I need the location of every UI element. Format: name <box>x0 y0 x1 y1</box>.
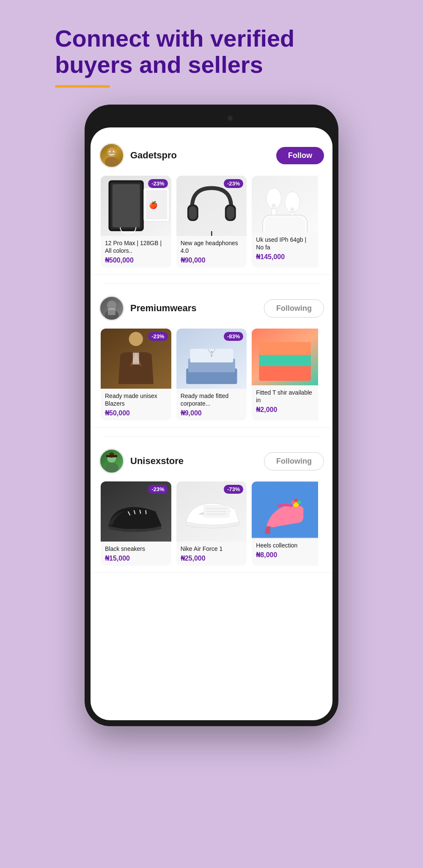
product-image-blackshoe: -23% <box>101 481 171 542</box>
svg-point-37 <box>105 463 118 473</box>
product-image-shirts: -83% <box>176 329 247 389</box>
products-row-premiumwears: -23% Ready made unisex Blazers ₦50,000 <box>99 329 324 420</box>
product-title-blazer: Ready made unisex Blazers <box>105 392 167 407</box>
svg-point-2 <box>109 151 111 152</box>
product-card-tshirts: Fitted T shir available in ₦2,000 <box>252 329 318 420</box>
product-info-airpods: Uk used IPh 64gb | No fa ₦145,000 <box>252 232 318 264</box>
product-price-airpods: ₦145,000 <box>256 253 314 261</box>
notch <box>186 112 237 124</box>
product-price-tshirts: ₦2,000 <box>256 406 314 414</box>
seller-section-gadetspro: Gadetspro Follow <box>91 136 332 275</box>
svg-point-32 <box>211 355 212 357</box>
svg-rect-35 <box>259 342 311 355</box>
svg-text:🍎: 🍎 <box>149 201 158 210</box>
phone-notch-bar <box>91 111 332 126</box>
product-price-heels: ₦8,000 <box>256 551 314 559</box>
svg-rect-22 <box>265 216 305 232</box>
product-price-nike: ₦25,000 <box>181 554 243 562</box>
product-card-blazer: -23% Ready made unisex Blazers ₦50,000 <box>101 329 171 420</box>
product-info-blackshoe: Black sneakers ₦15,000 <box>101 542 171 566</box>
product-image-blazer: -23% <box>101 329 171 389</box>
product-info-nike: Nike Air Force 1 ₦25,000 <box>176 542 247 566</box>
phone-frame: Gadetspro Follow <box>85 105 338 726</box>
product-card-shirts: -83% Ready made fitted corporate... ₦9,0… <box>176 329 247 420</box>
svg-rect-6 <box>113 184 140 227</box>
product-card-blackshoe: -23% Black sneakers ₦15,000 <box>101 481 171 566</box>
avatar-premiumwears <box>99 296 124 321</box>
product-card-airpods: Uk used IPh 64gb | No fa ₦145,000 <box>252 176 318 268</box>
discount-shirts: -83% <box>224 332 243 341</box>
svg-point-26 <box>129 332 143 346</box>
product-info-iphone: 12 Pro Max | 128GB | All colors.. ₦500,0… <box>101 236 171 268</box>
product-image-heels <box>252 481 318 538</box>
hero-title: Connect with verified buyers and sellers <box>55 25 368 77</box>
svg-point-19 <box>290 207 294 212</box>
product-title-heels: Heels collection <box>256 542 314 549</box>
seller-name-gadetspro: Gadetspro <box>130 150 276 161</box>
product-card-nike: -73% Nike Air Force 1 ₦25,000 <box>176 481 247 566</box>
page-wrapper: Connect with verified buyers and sellers <box>0 25 423 726</box>
svg-point-0 <box>107 148 116 157</box>
product-info-shirts: Ready made fitted corporate... ₦9,000 <box>176 389 247 420</box>
following-button-premiumwears[interactable]: Following <box>264 299 324 318</box>
svg-rect-13 <box>226 206 234 219</box>
discount-blazer: -23% <box>148 332 168 341</box>
product-price-blackshoe: ₦15,000 <box>105 554 167 562</box>
product-card-heels: Heels collection ₦8,000 <box>252 481 318 566</box>
following-button-unisexstore[interactable]: Following <box>264 452 324 470</box>
discount-headphones: -23% <box>224 179 243 188</box>
seller-name-unisexstore: Unisexstore <box>130 456 264 467</box>
hero-section: Connect with verified buyers and sellers <box>47 25 376 88</box>
divider-1 <box>103 283 321 284</box>
product-price-headphones: ₦90,000 <box>181 256 243 264</box>
seller-section-premiumwears: Premiumwears Following <box>91 289 332 428</box>
svg-rect-27 <box>133 353 139 365</box>
products-row-gadetspro: 🍎 -23% 12 Pro Max | 128GB | All colors..… <box>99 176 324 268</box>
follow-button-gadetspro[interactable]: Follow <box>276 147 324 164</box>
product-info-tshirts: Fitted T shir available in ₦2,000 <box>252 385 318 417</box>
product-image-headphones: -23% <box>176 176 247 236</box>
product-title-shirts: Ready made fitted corporate... <box>181 392 243 407</box>
product-info-blazer: Ready made unisex Blazers ₦50,000 <box>101 389 171 420</box>
svg-line-43 <box>146 510 146 514</box>
discount-blackshoe: -23% <box>148 485 168 494</box>
product-price-blazer: ₦50,000 <box>105 409 167 417</box>
svg-point-52 <box>294 499 298 503</box>
product-image-iphone: 🍎 -23% <box>101 176 171 236</box>
product-price-iphone: ₦500,000 <box>105 256 167 264</box>
products-row-unisexstore: -23% Black sneakers ₦15,000 <box>99 481 324 566</box>
product-info-heels: Heels collection ₦8,000 <box>252 538 318 562</box>
front-camera <box>228 116 233 121</box>
hero-underline <box>55 85 110 88</box>
discount-iphone: -23% <box>148 179 168 188</box>
seller-header-premiumwears: Premiumwears Following <box>99 296 324 321</box>
svg-rect-39 <box>106 455 118 457</box>
product-title-iphone: 12 Pro Max | 128GB | All colors.. <box>105 239 167 254</box>
avatar-gadetspro <box>99 143 124 168</box>
svg-point-16 <box>272 204 276 208</box>
product-title-blackshoe: Black sneakers <box>105 545 167 553</box>
seller-section-unisexstore: Unisexstore Following <box>91 442 332 573</box>
product-image-airpods <box>252 176 318 232</box>
product-card-iphone: 🍎 -23% 12 Pro Max | 128GB | All colors..… <box>101 176 171 268</box>
seller-header-unisexstore: Unisexstore Following <box>99 448 324 474</box>
svg-rect-12 <box>189 206 197 219</box>
product-title-headphones: New age headphones 4.0 <box>181 239 243 254</box>
phone-screen: Gadetspro Follow <box>91 127 332 720</box>
product-card-headphones: -23% New age headphones 4.0 ₦90,000 <box>176 176 247 268</box>
svg-point-31 <box>211 351 212 353</box>
product-title-airpods: Uk used IPh 64gb | No fa <box>256 236 314 251</box>
seller-header-gadetspro: Gadetspro Follow <box>99 143 324 168</box>
product-price-shirts: ₦9,000 <box>181 409 243 417</box>
seller-name-premiumwears: Premiumwears <box>130 303 264 314</box>
svg-rect-25 <box>108 308 115 315</box>
product-title-tshirts: Fitted T shir available in <box>256 389 314 404</box>
discount-nike: -73% <box>224 485 243 494</box>
svg-point-3 <box>113 151 115 152</box>
product-info-headphones: New age headphones 4.0 ₦90,000 <box>176 236 247 268</box>
svg-point-1 <box>105 157 118 168</box>
product-title-nike: Nike Air Force 1 <box>181 545 243 553</box>
product-image-tshirts <box>252 329 318 385</box>
avatar-unisexstore <box>99 448 124 474</box>
product-image-nike: -73% <box>176 481 247 542</box>
